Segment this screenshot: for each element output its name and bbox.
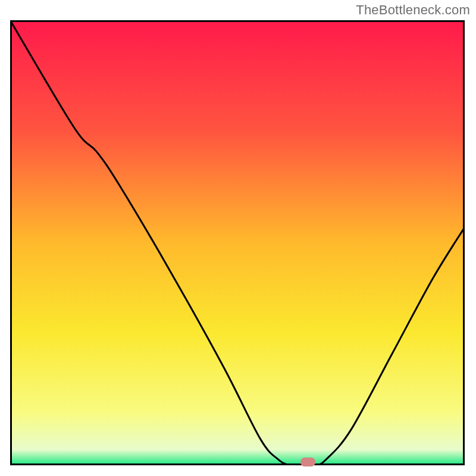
attribution-text: TheBottleneck.com	[356, 2, 470, 18]
bottleneck-chart	[10, 20, 465, 465]
chart-background	[10, 20, 465, 465]
chart-svg	[10, 20, 465, 465]
optimal-point-marker	[300, 458, 315, 466]
